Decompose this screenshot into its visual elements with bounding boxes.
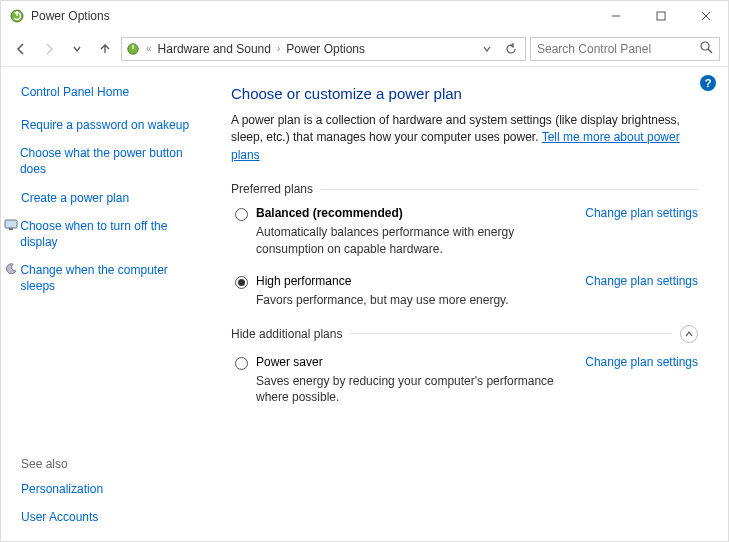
plan-name[interactable]: Balanced (recommended): [256, 206, 575, 220]
navigation-toolbar: « Hardware and Sound › Power Options: [1, 31, 728, 67]
minimize-button[interactable]: [593, 2, 638, 30]
refresh-button[interactable]: [501, 43, 521, 55]
svg-rect-8: [132, 44, 133, 48]
plan-desc: Favors performance, but may use more ene…: [256, 292, 575, 309]
search-icon: [700, 41, 713, 57]
svg-point-9: [701, 42, 709, 50]
window-title: Power Options: [31, 9, 593, 23]
window-titlebar: Power Options: [1, 1, 728, 31]
svg-rect-4: [657, 12, 665, 20]
svg-rect-12: [9, 228, 13, 230]
sidebar-link-label: Create a power plan: [21, 190, 129, 206]
address-bar[interactable]: « Hardware and Sound › Power Options: [121, 37, 526, 61]
sidebar: Control Panel Home Require a password on…: [1, 67, 211, 541]
svg-rect-1: [16, 11, 17, 16]
radio-balanced[interactable]: [235, 208, 248, 221]
radio-high-performance[interactable]: [235, 276, 248, 289]
sidebar-link-label: Choose when to turn off the display: [20, 218, 199, 250]
plan-name[interactable]: Power saver: [256, 355, 575, 369]
sidebar-link-label: Choose what the power button does: [20, 145, 199, 177]
see-also-personalization[interactable]: Personalization: [21, 481, 199, 497]
maximize-button[interactable]: [638, 2, 683, 30]
plan-power-saver: Power saver Saves energy by reducing you…: [231, 355, 698, 407]
see-also-label: User Accounts: [21, 509, 98, 525]
back-button[interactable]: [9, 37, 33, 61]
svg-line-10: [708, 49, 712, 53]
preferred-plans-header: Preferred plans: [231, 182, 698, 196]
page-description: A power plan is a collection of hardware…: [231, 112, 698, 164]
plan-high-performance: High performance Favors performance, but…: [231, 274, 698, 309]
recent-dropdown[interactable]: [65, 37, 89, 61]
sidebar-link-require-password[interactable]: Require a password on wakeup: [21, 117, 199, 133]
page-heading: Choose or customize a power plan: [231, 85, 698, 102]
breadcrumb-sep-icon[interactable]: ›: [275, 43, 282, 54]
close-button[interactable]: [683, 2, 728, 30]
up-button[interactable]: [93, 37, 117, 61]
breadcrumb-root[interactable]: «: [144, 43, 154, 54]
sidebar-link-sleep[interactable]: Change when the computer sleeps: [21, 262, 199, 294]
hide-additional-plans[interactable]: Hide additional plans: [231, 325, 698, 343]
sidebar-link-label: Require a password on wakeup: [21, 117, 189, 133]
plan-desc: Saves energy by reducing your computer's…: [256, 373, 575, 407]
sidebar-link-create-plan[interactable]: Create a power plan: [21, 190, 199, 206]
radio-power-saver[interactable]: [235, 357, 248, 370]
monitor-icon: [3, 218, 18, 232]
address-app-icon: [126, 42, 140, 56]
sidebar-link-display-off[interactable]: Choose when to turn off the display: [21, 218, 199, 250]
power-options-icon: [9, 8, 25, 24]
see-also-label: Personalization: [21, 481, 103, 497]
breadcrumb-parent[interactable]: Hardware and Sound: [158, 42, 271, 56]
breadcrumb-current[interactable]: Power Options: [286, 42, 365, 56]
see-also-user-accounts[interactable]: User Accounts: [21, 509, 199, 525]
control-panel-home-link[interactable]: Control Panel Home: [21, 85, 199, 99]
collapse-icon[interactable]: [680, 325, 698, 343]
change-plan-settings-link[interactable]: Change plan settings: [585, 206, 698, 258]
svg-rect-11: [5, 220, 17, 228]
plan-balanced: Balanced (recommended) Automatically bal…: [231, 206, 698, 258]
search-box[interactable]: [530, 37, 720, 61]
see-also-header: See also: [21, 457, 199, 471]
change-plan-settings-link[interactable]: Change plan settings: [585, 355, 698, 407]
search-input[interactable]: [537, 42, 700, 56]
plan-name[interactable]: High performance: [256, 274, 575, 288]
plan-desc: Automatically balances performance with …: [256, 224, 575, 258]
sidebar-link-label: Change when the computer sleeps: [20, 262, 199, 294]
change-plan-settings-link[interactable]: Change plan settings: [585, 274, 698, 309]
address-dropdown[interactable]: [477, 44, 497, 54]
main-content: Choose or customize a power plan A power…: [211, 67, 728, 541]
sidebar-link-power-button[interactable]: Choose what the power button does: [21, 145, 199, 177]
moon-icon: [3, 262, 18, 276]
forward-button[interactable]: [37, 37, 61, 61]
